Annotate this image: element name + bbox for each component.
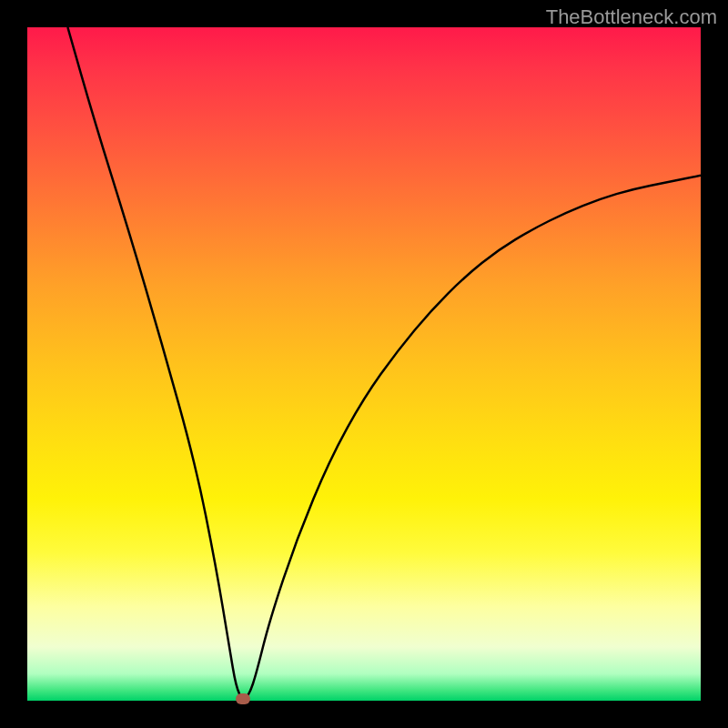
watermark-text: TheBottleneck.com xyxy=(546,5,717,29)
plot-area xyxy=(27,27,701,701)
chart-container: TheBottleneck.com xyxy=(0,0,728,728)
minimum-point-marker xyxy=(236,693,250,704)
bottleneck-curve xyxy=(27,27,701,701)
